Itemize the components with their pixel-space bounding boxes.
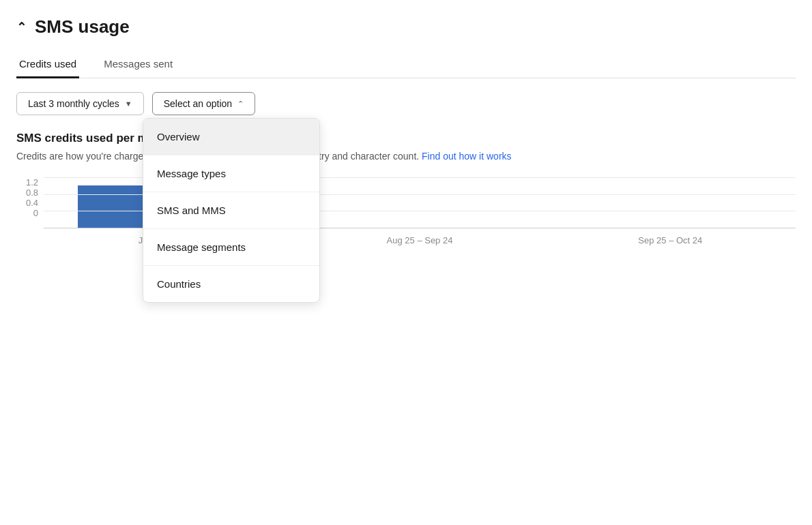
dropdown-item-message-segments[interactable]: Message segments — [143, 229, 319, 266]
option-dropdown-menu: Overview Message types SMS and MMS Messa… — [143, 118, 320, 303]
dropdown-item-overview[interactable]: Overview — [143, 119, 319, 155]
dropdown-item-sms-mms[interactable]: SMS and MMS — [143, 192, 319, 229]
dropdown-item-countries[interactable]: Countries — [143, 266, 319, 302]
x-label-2: Aug 25 – Sep 24 — [294, 235, 545, 245]
chart-section: SMS credits used per month Credits are h… — [16, 132, 796, 245]
option-dropdown-button[interactable]: Select an option ⌃ — [152, 92, 255, 115]
period-dropdown-button[interactable]: Last 3 monthly cycles ▼ — [16, 92, 144, 115]
page-title: SMS usage — [35, 16, 130, 38]
controls-row: Last 3 monthly cycles ▼ Select an option… — [16, 92, 796, 115]
tabs: Credits used Messages sent — [16, 51, 796, 78]
page-container: ⌃ SMS usage Credits used Messages sent L… — [0, 0, 812, 245]
x-label-3: Sep 25 – Oct 24 — [545, 235, 796, 245]
find-out-link[interactable]: Find out how it works — [422, 151, 512, 162]
tab-credits-used[interactable]: Credits used — [16, 51, 79, 78]
period-chevron-down-icon: ▼ — [125, 100, 132, 108]
collapse-icon[interactable]: ⌃ — [16, 21, 27, 33]
dropdown-item-message-types[interactable]: Message types — [143, 155, 319, 192]
period-dropdown-label: Last 3 monthly cycles — [28, 98, 119, 109]
option-chevron-up-icon: ⌃ — [237, 100, 244, 108]
y-label-0.8: 0.8 — [26, 188, 38, 198]
y-label-1.2: 1.2 — [26, 177, 38, 188]
y-label-0.4: 0.4 — [26, 198, 38, 208]
y-axis: 1.2 0.8 0.4 0 — [16, 177, 44, 245]
chart-wrapper: 1.2 0.8 0.4 0 — [16, 177, 796, 245]
chart-description: Credits are how you're charged for SMS m… — [16, 149, 796, 164]
header: ⌃ SMS usage — [16, 16, 796, 38]
y-label-0: 0 — [33, 208, 38, 218]
tab-messages-sent[interactable]: Messages sent — [101, 51, 175, 78]
option-dropdown-label: Select an option — [164, 98, 232, 109]
chart-title: SMS credits used per month — [16, 132, 796, 145]
